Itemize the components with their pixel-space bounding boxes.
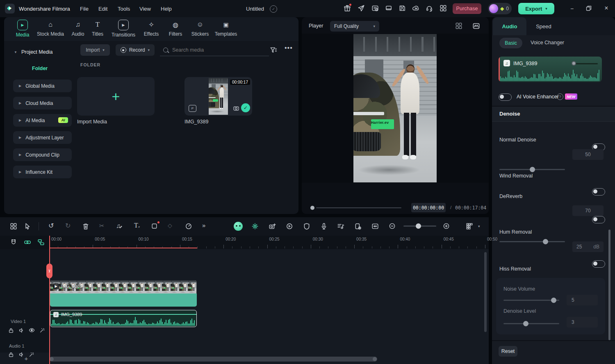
sidebar-project-media[interactable]: ▼ Project Media [9, 46, 75, 58]
menu-file[interactable]: File [80, 6, 89, 12]
magic-wand-icon[interactable] [39, 327, 45, 333]
subtab-voice-changer[interactable]: Voice Changer [531, 40, 564, 46]
export-button[interactable]: Export ▾ [518, 3, 554, 14]
timeline-horizontal-scrollbar[interactable] [49, 357, 377, 362]
preview-render-icon[interactable] [286, 223, 293, 230]
wind-removal-toggle[interactable] [592, 188, 605, 196]
redo-icon[interactable]: ↻ [65, 222, 71, 230]
record-button[interactable]: Record▾ [116, 44, 155, 56]
denoise-level-slider[interactable] [503, 323, 559, 324]
scrubber-handle[interactable] [310, 206, 314, 210]
denoise-level-knob[interactable] [523, 321, 528, 326]
noise-volume-value[interactable]: 5 [567, 295, 598, 305]
tab-titles[interactable]: T Titles [88, 20, 107, 37]
normal-denoise-knob[interactable] [530, 167, 535, 172]
zoom-out-icon[interactable] [389, 223, 396, 230]
avatar[interactable] [489, 4, 498, 13]
auto-ripple-icon[interactable] [37, 239, 45, 246]
import-media-card[interactable]: + [77, 77, 155, 116]
support-headset-icon[interactable] [426, 5, 433, 12]
tab-audio[interactable]: ♫ Audio [68, 20, 87, 37]
video-clip[interactable]: Harrier.evHarrier.evHarrier.evHarrier.ev… [50, 280, 197, 307]
track-manager-chevron-icon[interactable]: ▾ [478, 225, 480, 228]
close-button[interactable]: × [603, 5, 610, 12]
tab-transitions[interactable]: ▶ Transitions [109, 20, 138, 38]
clip-volume-knob[interactable] [572, 61, 576, 66]
noise-volume-slider[interactable] [503, 300, 559, 301]
noise-volume-knob[interactable] [551, 298, 556, 303]
reset-button[interactable]: Reset [499, 346, 517, 357]
video-preview[interactable]: Harrier.ev [353, 34, 437, 182]
tab-audio-panel[interactable]: Audio [493, 17, 526, 35]
filter-icon[interactable] [270, 46, 277, 54]
help-icon[interactable]: ? [557, 93, 563, 100]
scrubber-track[interactable] [316, 207, 401, 208]
select-tool-icon[interactable] [24, 223, 31, 230]
text-tool-icon[interactable]: T▾ [134, 222, 139, 229]
minimize-button[interactable]: − [568, 5, 576, 12]
subtab-basic[interactable]: Basic [499, 38, 522, 48]
media-clip-card[interactable]: Harrier.ev 00:00:17 P ✓ [184, 77, 252, 116]
magic-wand-icon[interactable] [29, 352, 34, 357]
lock-icon[interactable] [8, 327, 14, 333]
copilot-icon[interactable] [234, 222, 243, 231]
tab-media[interactable]: ▶ Media [13, 20, 32, 38]
import-button[interactable]: Import▾ [80, 44, 110, 56]
dereverb-value[interactable]: 70 [572, 205, 604, 216]
menu-help[interactable]: Help [161, 6, 172, 12]
tab-filters[interactable]: ◍ Filters [165, 20, 186, 37]
sidebar-item-compound-clip[interactable]: ▶Compound Clip [13, 148, 72, 161]
zoom-in-icon[interactable] [443, 223, 450, 230]
scopes-icon[interactable] [472, 22, 480, 30]
undo-icon[interactable]: ↺ [48, 222, 54, 230]
toolbox-icon[interactable] [10, 223, 17, 230]
workspace-layout-icon[interactable] [440, 5, 447, 12]
restore-button[interactable] [585, 5, 592, 11]
tab-effects[interactable]: ✧ Effects [141, 20, 162, 37]
timeline-zoom-knob[interactable] [416, 223, 421, 229]
record-frame-icon[interactable] [151, 223, 158, 230]
more-options-icon[interactable]: ••• [285, 44, 293, 52]
delete-icon[interactable] [82, 223, 89, 230]
search-input[interactable] [171, 47, 259, 53]
audio-stretch-icon[interactable] [337, 223, 344, 230]
mask-shield-icon[interactable] [303, 223, 310, 230]
dereverb-slider[interactable] [499, 241, 565, 242]
render-queue-icon[interactable] [371, 5, 379, 12]
hum-removal-toggle[interactable] [592, 260, 605, 268]
save-icon[interactable] [399, 5, 406, 12]
dereverb-toggle[interactable] [592, 216, 605, 223]
smart-cut-icon[interactable] [251, 223, 259, 230]
audio-clip-card[interactable]: ♫ IMG_9389 [499, 57, 602, 82]
cloud-upload-icon[interactable] [412, 5, 419, 12]
menu-edit[interactable]: Edit [98, 6, 107, 12]
sidebar-item-cloud-media[interactable]: ▶Cloud Media [13, 97, 72, 109]
panel-scrollbar[interactable] [608, 230, 610, 340]
keyframe-icon[interactable]: ◇ [168, 222, 172, 229]
multiview-icon[interactable] [455, 22, 462, 30]
fit-timeline-icon[interactable] [371, 223, 379, 230]
track-manager-icon[interactable] [466, 223, 473, 230]
timeline-zoom-slider[interactable] [403, 225, 436, 227]
timeline-vertical-scrollbar[interactable] [484, 252, 487, 332]
sidebar-item-influence-kit[interactable]: ▶Influence Kit [13, 166, 72, 178]
sidebar-item-global-media[interactable]: ▶Global Media [13, 80, 72, 92]
add-track-button[interactable]: + [23, 355, 30, 362]
keyboard-shortcut-icon[interactable] [385, 5, 392, 12]
menu-tools[interactable]: Tools [118, 6, 130, 12]
tab-stock-media[interactable]: ⌂ Stock Media [35, 20, 66, 37]
account-coin-pill[interactable]: ◆ 0 [488, 3, 512, 14]
render-device-icon[interactable] [354, 223, 362, 230]
playhead-handle[interactable]: ✂ [46, 264, 52, 278]
speed-ramp-icon[interactable] [185, 223, 192, 230]
dereverb-knob[interactable] [543, 239, 548, 244]
split-scissors-icon[interactable]: ✂ [99, 222, 105, 230]
denoise-level-value[interactable]: 3 [567, 317, 598, 328]
audio-clip[interactable]: ♫ IMG_9389 [50, 310, 197, 327]
audio-edit-icon[interactable]: ♫ [116, 222, 122, 229]
tab-speed-panel[interactable]: Speed [531, 17, 556, 35]
tab-stickers[interactable]: ☺ Stickers [189, 20, 212, 37]
screen-record-icon[interactable] [269, 223, 276, 230]
ai-voice-enhancer-toggle[interactable] [499, 93, 512, 101]
hide-track-icon[interactable] [29, 327, 35, 333]
